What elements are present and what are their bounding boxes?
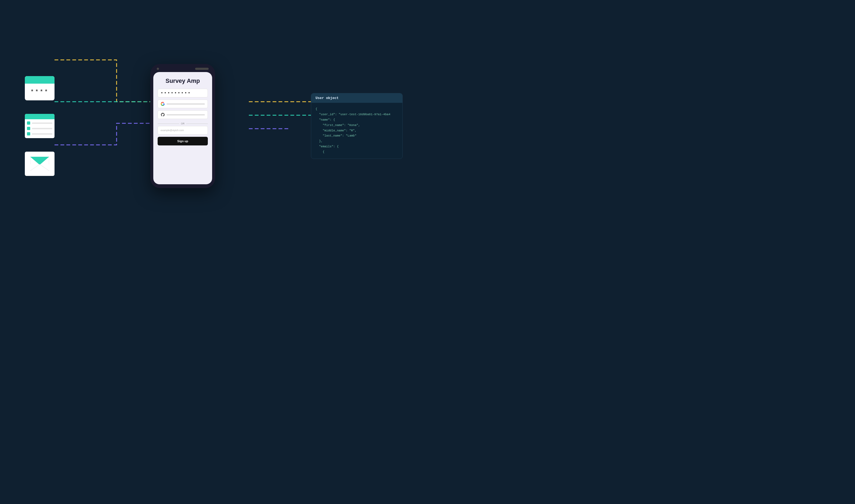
oauth-bar-3 [32, 133, 52, 134]
google-field-bar [166, 103, 205, 105]
github-icon [161, 112, 165, 117]
json-line-9: { [316, 149, 398, 155]
json-line-8: "emails": { [316, 144, 398, 149]
json-line-6: "last_name": "Lamb" [316, 133, 398, 139]
oauth-bar-2 [32, 128, 52, 129]
oauth-square-2 [27, 127, 30, 130]
phone-pill [195, 68, 209, 70]
oauth-row-1 [27, 121, 52, 125]
main-scene: **** [25, 18, 403, 234]
or-text: OR [181, 122, 184, 125]
json-line-2: "user_id": "user-test-16d9ba61-97a1-4ba4 [316, 112, 398, 118]
json-panel-container: User object { "user_id": "user-test-16d9… [311, 93, 403, 159]
phone-screen: Survey Amp ••••••••• [153, 72, 212, 184]
phone-frame: Survey Amp ••••••••• [150, 64, 215, 188]
json-line-5: "middle_name": "R", [316, 128, 398, 133]
password-card: **** [25, 76, 54, 101]
phone-notch [153, 68, 212, 70]
password-field[interactable]: ••••••••• [158, 89, 208, 97]
signup-button[interactable]: Sign up [158, 137, 208, 145]
oauth-card [25, 114, 54, 138]
json-body: { "user_id": "user-test-16d9ba61-97a1-4b… [311, 103, 403, 158]
email-card [25, 151, 54, 176]
oauth-rows [25, 119, 54, 138]
json-line-7: }, [316, 139, 398, 144]
svg-rect-2 [30, 164, 49, 171]
password-dots: ••••••••• [161, 91, 191, 95]
oauth-top-bar [25, 114, 54, 119]
json-line-4: "first_name": "Kona", [316, 123, 398, 128]
password-card-body: **** [25, 84, 54, 101]
phone-mockup: Survey Amp ••••••••• [150, 64, 215, 188]
email-input[interactable]: example@stytch.com [158, 126, 208, 134]
google-oauth-field[interactable] [158, 100, 208, 108]
json-card: User object { "user_id": "user-test-16d9… [311, 93, 403, 159]
left-auth-methods: **** [25, 76, 54, 176]
oauth-row-2 [27, 127, 52, 130]
email-placeholder: example@stytch.com [161, 129, 184, 132]
email-icon [30, 157, 49, 171]
oauth-row-3 [27, 132, 52, 136]
app-title: Survey Amp [165, 77, 200, 85]
oauth-square-3 [27, 132, 30, 136]
json-line-3: "name": { [316, 118, 398, 123]
or-line-left [158, 124, 179, 124]
json-header: User object [311, 93, 403, 103]
github-oauth-field[interactable] [158, 110, 208, 119]
github-field-bar [166, 114, 205, 115]
password-stars: **** [31, 89, 49, 95]
json-line-1: { [316, 107, 398, 112]
password-card-header [25, 76, 54, 84]
oauth-bar-1 [32, 123, 52, 124]
or-line-right [186, 124, 208, 124]
google-icon [161, 102, 165, 106]
or-divider: OR [158, 122, 208, 125]
signup-label: Sign up [177, 140, 188, 143]
oauth-square-1 [27, 121, 30, 125]
phone-dot [157, 68, 159, 70]
